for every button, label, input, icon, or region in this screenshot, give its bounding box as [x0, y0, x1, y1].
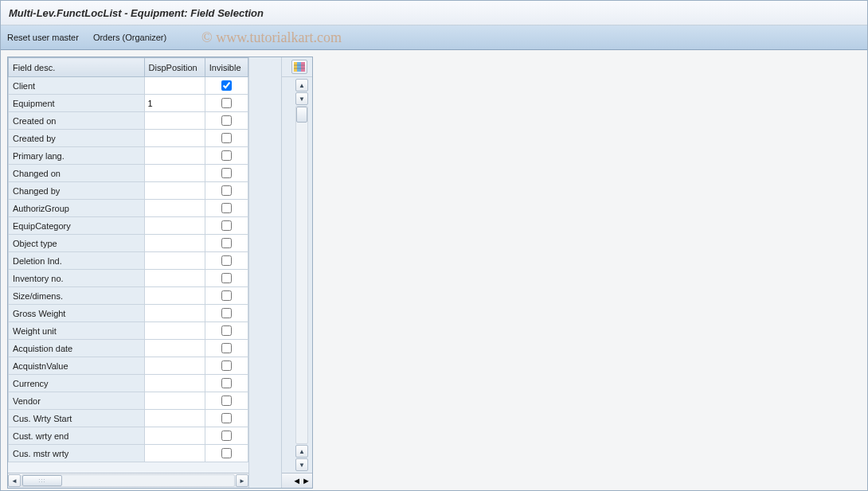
invisible-checkbox[interactable] — [221, 185, 232, 196]
table-row[interactable]: Currency — [9, 375, 248, 392]
table-row[interactable]: AuthorizGroup — [9, 200, 248, 217]
invisible-checkbox[interactable] — [221, 203, 232, 213]
scroll-left-alt-icon[interactable]: ◄ — [292, 476, 301, 485]
table-row[interactable]: Object type — [9, 235, 248, 252]
field-desc-cell[interactable]: Size/dimens. — [9, 287, 145, 305]
col-invisible[interactable]: Invisible — [205, 58, 248, 77]
disp-position-input[interactable] — [145, 130, 205, 146]
col-disp-position[interactable]: DispPosition — [144, 58, 205, 77]
table-row[interactable]: Created on — [9, 112, 248, 130]
invisible-checkbox[interactable] — [221, 238, 232, 248]
table-row[interactable]: Created by — [9, 130, 248, 147]
disp-position-input[interactable] — [145, 445, 205, 462]
disp-position-input[interactable] — [145, 200, 205, 216]
table-row[interactable]: Weight unit — [9, 322, 248, 340]
orders-organizer-button[interactable]: Orders (Organizer) — [93, 33, 166, 42]
field-desc-cell[interactable]: Equipment — [9, 95, 145, 112]
table-row[interactable]: Client — [9, 77, 248, 95]
table-row[interactable]: Changed on — [9, 165, 248, 182]
field-desc-cell[interactable]: AcquistnValue — [9, 357, 145, 375]
scroll-right-alt-icon[interactable]: ► — [302, 476, 311, 485]
table-row[interactable]: Acquistion date — [9, 340, 248, 357]
table-row[interactable]: Primary lang. — [9, 147, 248, 165]
vertical-scrollbar[interactable]: ▲ ▼ ▲ ▼ — [295, 77, 309, 473]
h-scroll-thumb[interactable] — [22, 475, 62, 486]
invisible-checkbox[interactable] — [221, 273, 232, 283]
invisible-checkbox[interactable] — [221, 396, 232, 406]
invisible-checkbox[interactable] — [221, 220, 232, 231]
invisible-checkbox[interactable] — [221, 431, 232, 441]
disp-position-input[interactable] — [145, 410, 205, 427]
field-desc-cell[interactable]: Changed on — [9, 165, 145, 182]
scroll-down-step-icon[interactable]: ▼ — [295, 92, 308, 105]
field-desc-cell[interactable]: Cus. mstr wrty — [9, 445, 145, 462]
disp-position-input[interactable] — [145, 305, 205, 321]
field-desc-cell[interactable]: Created on — [9, 112, 145, 130]
field-desc-cell[interactable]: Inventory no. — [9, 270, 145, 287]
scroll-up-step-icon[interactable]: ▲ — [295, 445, 308, 458]
horizontal-scrollbar[interactable]: ◄ ► — [8, 473, 248, 488]
invisible-checkbox[interactable] — [221, 448, 232, 458]
disp-position-input[interactable] — [145, 375, 205, 392]
table-row[interactable]: Gross Weight — [9, 305, 248, 322]
table-settings-button[interactable] — [291, 60, 307, 74]
invisible-checkbox[interactable] — [221, 255, 232, 266]
disp-position-input[interactable] — [145, 340, 205, 357]
invisible-checkbox[interactable] — [221, 360, 232, 371]
field-desc-cell[interactable]: Cust. wrty end — [9, 427, 145, 445]
table-row[interactable]: Cust. wrty end — [9, 427, 248, 445]
invisible-checkbox[interactable] — [221, 378, 232, 388]
disp-position-input[interactable] — [145, 427, 205, 444]
field-desc-cell[interactable]: Primary lang. — [9, 147, 145, 165]
table-row[interactable]: Deletion Ind. — [9, 252, 248, 270]
scroll-up-icon[interactable]: ▲ — [295, 79, 308, 92]
reset-user-master-button[interactable]: Reset user master — [7, 33, 79, 42]
table-row[interactable]: Size/dimens. — [9, 287, 248, 305]
table-row[interactable]: Equipment — [9, 95, 248, 112]
field-desc-cell[interactable]: Cus. Wrty Start — [9, 410, 145, 427]
col-field-desc[interactable]: Field desc. — [9, 58, 145, 77]
field-desc-cell[interactable]: Acquistion date — [9, 340, 145, 357]
disp-position-input[interactable] — [145, 322, 205, 339]
table-row[interactable]: Inventory no. — [9, 270, 248, 287]
field-desc-cell[interactable]: Client — [9, 77, 145, 95]
invisible-checkbox[interactable] — [221, 115, 232, 126]
invisible-checkbox[interactable] — [221, 98, 232, 108]
disp-position-input[interactable] — [145, 112, 205, 129]
disp-position-input[interactable] — [145, 217, 205, 234]
scroll-left-icon[interactable]: ◄ — [8, 474, 21, 487]
field-desc-cell[interactable]: Changed by — [9, 182, 145, 200]
invisible-checkbox[interactable] — [221, 80, 232, 91]
field-desc-cell[interactable]: Created by — [9, 130, 145, 147]
v-scroll-track[interactable] — [295, 106, 308, 444]
field-desc-cell[interactable]: Object type — [9, 235, 145, 252]
table-row[interactable]: Vendor — [9, 392, 248, 410]
field-desc-cell[interactable]: AuthorizGroup — [9, 200, 145, 217]
field-desc-cell[interactable]: Deletion Ind. — [9, 252, 145, 270]
table-row[interactable]: EquipCategory — [9, 217, 248, 235]
field-desc-cell[interactable]: EquipCategory — [9, 217, 145, 235]
disp-position-input[interactable] — [145, 252, 205, 269]
invisible-checkbox[interactable] — [221, 168, 232, 178]
disp-position-input[interactable] — [145, 77, 205, 94]
disp-position-input[interactable] — [145, 182, 205, 199]
disp-position-input[interactable] — [145, 95, 205, 111]
disp-position-input[interactable] — [145, 287, 205, 304]
invisible-checkbox[interactable] — [221, 308, 232, 318]
field-desc-cell[interactable]: Vendor — [9, 392, 145, 410]
table-row[interactable]: Cus. mstr wrty — [9, 445, 248, 462]
disp-position-input[interactable] — [145, 235, 205, 251]
field-desc-cell[interactable]: Weight unit — [9, 322, 145, 340]
disp-position-input[interactable] — [145, 392, 205, 409]
invisible-checkbox[interactable] — [221, 150, 232, 161]
invisible-checkbox[interactable] — [221, 325, 232, 336]
invisible-checkbox[interactable] — [221, 290, 232, 301]
scroll-down-icon[interactable]: ▼ — [295, 458, 308, 471]
invisible-checkbox[interactable] — [221, 133, 232, 143]
table-row[interactable]: Changed by — [9, 182, 248, 200]
table-row[interactable]: AcquistnValue — [9, 357, 248, 375]
disp-position-input[interactable] — [145, 147, 205, 164]
scroll-right-icon[interactable]: ► — [236, 474, 248, 487]
invisible-checkbox[interactable] — [221, 343, 232, 353]
disp-position-input[interactable] — [145, 270, 205, 286]
